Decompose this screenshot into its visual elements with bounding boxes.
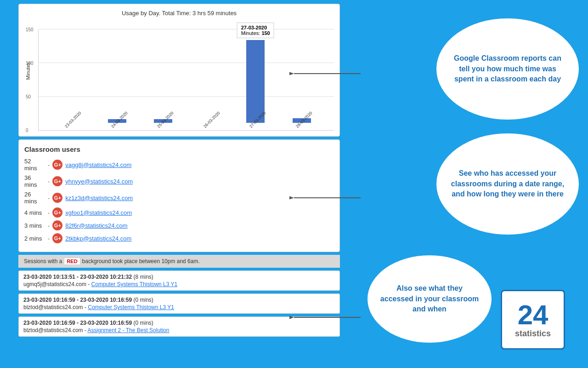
bar-group: 24-03-2020 (107, 119, 128, 130)
session-time-3: 23-03-2020 10:16:59 - 23-03-2020 10:16:5… (23, 320, 335, 326)
red-badge: RED (64, 258, 80, 265)
user-email[interactable]: 2tkbkp@statistics24.com (65, 235, 131, 242)
user-email[interactable]: yhnyye@statistics24.com (65, 178, 133, 185)
user-mins: 2 mins (24, 235, 45, 242)
session-duration-2: (0 mins) (134, 297, 153, 303)
chart-area: Minutes 150 100 50 0 (24, 20, 334, 131)
arrow-top (289, 60, 363, 87)
gplus-icon: G+ (52, 220, 62, 230)
arrow-bottom (289, 304, 363, 331)
user-row: 2 mins - G+ 2tkbkp@statistics24.com (24, 233, 334, 243)
user-mins: 26 mins (24, 191, 45, 205)
user-email[interactable]: 82f6r@statistics24.com (65, 222, 127, 229)
callout-bubble-top: Google Classroom reports can tell you ho… (436, 18, 579, 120)
gplus-icon: G+ (52, 176, 62, 186)
user-row: 36 mins - G+ yhnyye@statistics24.com (24, 174, 334, 188)
session-detail-2: blztod@statistics24.com - Computer Syste… (23, 304, 335, 310)
stats-label: statistics (515, 329, 551, 339)
user-mins: 52 mins (24, 158, 45, 172)
tooltip-date: 27-03-2020 (241, 25, 270, 30)
bar-label-4: 26-03-2020 (203, 110, 221, 129)
user-row: 26 mins - G+ kz1z3d@statistics24.com (24, 191, 334, 205)
sessions-suffix: background took place between 10pm and 6… (82, 258, 200, 264)
bar-group: 27-03-2020 Minutes: 150 27-03-2020 (245, 40, 266, 130)
user-email[interactable]: xgfoo1@statistics24.com (65, 209, 132, 216)
sessions-notice: Sessions with a RED background took plac… (18, 255, 340, 268)
stats-badge: 24 statistics (501, 290, 565, 350)
session-link-2[interactable]: Computer Systems Thistown L3 Y1 (88, 304, 174, 310)
session-duration-1: (8 mins) (134, 274, 153, 280)
session-duration-3: (0 mins) (134, 320, 153, 326)
gplus-icon: G+ (52, 207, 62, 218)
stats-number: 24 (518, 301, 548, 329)
bar-group: 28-03-2020 (291, 118, 312, 130)
user-row: 52 mins - G+ vagg8j@statistics24.com (24, 158, 334, 172)
callout-bubble-bottom: Also see what they accessed in your clas… (368, 255, 492, 343)
user-mins: 36 mins (24, 174, 45, 188)
callout-text-bottom: Also see what they accessed in your clas… (379, 283, 480, 314)
session-detail-3: blztod@statistics24.com - Assignment 2 -… (23, 327, 335, 334)
session-time-1: 23-03-2020 10:13:51 - 23-03-2020 10:21:3… (23, 274, 335, 280)
session-row-1: 23-03-2020 10:13:51 - 23-03-2020 10:21:3… (18, 270, 340, 291)
arrow-middle (289, 184, 363, 212)
gplus-icon: G+ (52, 193, 62, 203)
user-row: 3 mins - G+ 82f6r@statistics24.com (24, 220, 334, 230)
users-title: Classroom users (24, 145, 334, 153)
bar-group: 26-03-2020 (199, 123, 220, 130)
bar-group: 25-03-2020 (153, 119, 174, 130)
gplus-icon: G+ (52, 233, 62, 243)
chart-tooltip: 27-03-2020 Minutes: 150 (237, 23, 274, 38)
sessions-prefix: Sessions with a (24, 258, 62, 264)
bar-group: 23-03-2020 (60, 123, 81, 130)
bar-label-1: 23-03-2020 (64, 110, 82, 129)
session-time-2: 23-03-2020 10:16:59 - 23-03-2020 10:16:5… (23, 297, 335, 303)
session-link-1[interactable]: Computer Systems Thistown L3 Y1 (91, 281, 178, 288)
user-mins: 4 mins (24, 209, 45, 216)
session-detail-1: ugmq5j@statistics24.com - Computer Syste… (23, 281, 335, 288)
gplus-icon: G+ (52, 160, 62, 170)
chart-title: Usage by Day. Total Time: 3 hrs 59 minut… (24, 10, 334, 17)
user-row: 4 mins - G+ xgfoo1@statistics24.com (24, 207, 334, 218)
callout-text-top: Google Classroom reports can tell you ho… (450, 53, 565, 84)
callout-bubble-middle: See who has accessed your classrooms dur… (436, 133, 579, 235)
bar-5 (246, 40, 265, 123)
user-email[interactable]: kz1z3d@statistics24.com (65, 195, 133, 201)
session-link-3[interactable]: Assignment 2 - The Best Solution (88, 327, 170, 334)
user-email[interactable]: vagg8j@statistics24.com (65, 161, 131, 168)
tooltip-value: Minutes: 150 (241, 30, 270, 36)
callout-text-middle: See who has accessed your classrooms dur… (450, 168, 565, 199)
user-mins: 3 mins (24, 222, 45, 229)
